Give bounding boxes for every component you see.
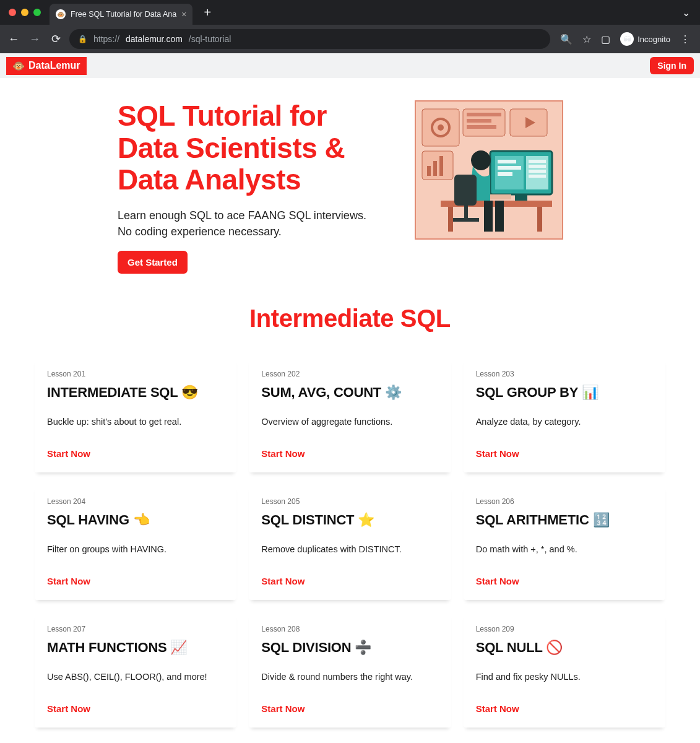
lesson-card[interactable]: Lesson 204SQL HAVING 👈Filter on groups w… <box>35 485 236 600</box>
lesson-description: Divide & round numbers the right way. <box>261 672 438 682</box>
svg-rect-20 <box>498 160 516 163</box>
lesson-description: Overview of aggregate functions. <box>261 417 438 427</box>
lessons-grid: Lesson 201INTERMEDIATE SQL 😎Buckle up: s… <box>0 357 700 743</box>
lesson-title: SUM, AVG, COUNT ⚙️ <box>261 385 438 401</box>
start-now-link[interactable]: Start Now <box>261 558 438 586</box>
page-title: SQL Tutorial for Data Scientists & Data … <box>118 100 378 196</box>
tabs-menu-button[interactable]: ⌄ <box>672 7 700 19</box>
lesson-description: Use ABS(), CEIL(), FLOOR(), and more! <box>47 672 224 682</box>
incognito-icon: 🕶 <box>620 32 634 46</box>
svg-rect-16 <box>537 207 542 232</box>
lesson-title: SQL DIVISION ➗ <box>261 640 438 656</box>
svg-rect-6 <box>467 119 491 123</box>
lesson-number: Lesson 205 <box>261 497 438 506</box>
svg-rect-12 <box>433 161 437 176</box>
start-now-link[interactable]: Start Now <box>47 686 224 714</box>
lesson-number: Lesson 203 <box>476 370 653 378</box>
browser-tab[interactable]: 🐵 Free SQL Tutorial for Data Ana × <box>50 4 192 25</box>
minimize-window-button[interactable] <box>21 9 28 16</box>
maximize-window-button[interactable] <box>33 9 41 16</box>
svg-rect-26 <box>529 175 546 178</box>
start-now-link[interactable]: Start Now <box>476 558 653 586</box>
page-subtitle: Learn enough SQL to ace FAANG SQL interv… <box>118 207 378 240</box>
start-now-link[interactable]: Start Now <box>261 431 438 459</box>
lesson-card[interactable]: Lesson 203SQL GROUP BY 📊Analyze data, by… <box>464 357 665 472</box>
site-topbar: 🐵 DataLemur Sign In <box>0 53 700 78</box>
zoom-icon[interactable]: 🔍 <box>560 33 573 45</box>
lesson-number: Lesson 207 <box>47 625 224 633</box>
svg-point-3 <box>438 124 444 131</box>
svg-rect-11 <box>427 166 431 176</box>
close-tab-icon[interactable]: × <box>181 9 186 19</box>
url-path: /sql-tutorial <box>189 34 231 44</box>
lesson-card[interactable]: Lesson 205SQL DISTINCT ⭐Remove duplicate… <box>249 485 451 600</box>
lesson-number: Lesson 209 <box>476 625 653 633</box>
svg-rect-23 <box>529 160 546 163</box>
forward-button[interactable]: → <box>27 33 42 46</box>
lesson-number: Lesson 202 <box>261 370 438 378</box>
lesson-number: Lesson 208 <box>261 625 438 633</box>
lesson-description: Filter on groups with HAVING. <box>47 544 224 554</box>
lock-icon: 🔒 <box>78 35 87 43</box>
browser-tab-strip: 🐵 Free SQL Tutorial for Data Ana × + ⌄ <box>0 0 700 25</box>
svg-rect-32 <box>453 218 479 222</box>
lesson-card[interactable]: Lesson 207MATH FUNCTIONS 📈Use ABS(), CEI… <box>35 612 236 728</box>
start-now-link[interactable]: Start Now <box>47 431 224 459</box>
brand-logo[interactable]: 🐵 DataLemur <box>6 57 87 75</box>
side-panel-icon[interactable]: ▢ <box>601 33 610 45</box>
window-controls <box>0 9 50 16</box>
tab-title: Free SQL Tutorial for Data Ana <box>71 10 176 19</box>
svg-rect-13 <box>439 156 443 176</box>
lesson-description: Do math with +, *, and %. <box>476 544 653 554</box>
svg-rect-5 <box>467 113 501 116</box>
sign-in-button[interactable]: Sign In <box>650 57 694 74</box>
lesson-card[interactable]: Lesson 202SUM, AVG, COUNT ⚙️Overview of … <box>249 357 451 472</box>
svg-rect-25 <box>529 170 546 173</box>
lesson-number: Lesson 206 <box>476 497 653 506</box>
browser-chrome: 🐵 Free SQL Tutorial for Data Ana × + ⌄ ←… <box>0 0 700 53</box>
section-title: Intermediate SQL <box>0 305 700 332</box>
start-now-link[interactable]: Start Now <box>476 686 653 714</box>
lesson-description: Remove duplicates with DISTINCT. <box>261 544 438 554</box>
brand-icon: 🐵 <box>12 60 25 72</box>
reload-button[interactable]: ⟳ <box>48 32 63 46</box>
svg-point-28 <box>471 150 491 170</box>
svg-rect-22 <box>498 172 512 176</box>
svg-rect-30 <box>454 175 477 206</box>
svg-rect-24 <box>529 165 546 168</box>
lesson-card[interactable]: Lesson 208SQL DIVISION ➗Divide & round n… <box>249 612 451 728</box>
lesson-card[interactable]: Lesson 209SQL NULL 🚫Find and fix pesky N… <box>464 612 665 728</box>
close-window-button[interactable] <box>9 9 16 16</box>
svg-rect-10 <box>422 151 453 180</box>
lesson-number: Lesson 204 <box>47 497 224 506</box>
start-now-link[interactable]: Start Now <box>47 558 224 586</box>
svg-rect-7 <box>467 125 496 129</box>
bookmark-icon[interactable]: ☆ <box>582 33 591 45</box>
back-button[interactable]: ← <box>6 33 21 46</box>
hero-illustration <box>415 100 563 240</box>
lesson-title: SQL DISTINCT ⭐ <box>261 512 438 528</box>
lesson-description: Find and fix pesky NULLs. <box>476 672 653 682</box>
incognito-indicator[interactable]: 🕶 Incognito <box>620 32 670 46</box>
lesson-card[interactable]: Lesson 201INTERMEDIATE SQL 😎Buckle up: s… <box>35 357 236 472</box>
browser-toolbar: ← → ⟳ 🔒 https://datalemur.com/sql-tutori… <box>0 25 700 53</box>
lesson-title: SQL GROUP BY 📊 <box>476 385 653 401</box>
svg-rect-33 <box>484 201 493 232</box>
svg-rect-15 <box>448 207 453 232</box>
start-now-link[interactable]: Start Now <box>476 431 653 459</box>
lesson-title: SQL ARITHMETIC 🔢 <box>476 512 653 528</box>
lesson-title: INTERMEDIATE SQL 😎 <box>47 385 224 401</box>
address-bar[interactable]: 🔒 https://datalemur.com/sql-tutorial <box>69 29 550 49</box>
kebab-menu-button[interactable]: ⋮ <box>680 33 690 45</box>
url-prefix: https:// <box>93 34 119 44</box>
get-started-button[interactable]: Get Started <box>118 251 188 274</box>
lesson-card[interactable]: Lesson 206SQL ARITHMETIC 🔢Do math with +… <box>464 485 665 600</box>
lesson-title: SQL HAVING 👈 <box>47 512 224 528</box>
incognito-label: Incognito <box>637 35 670 44</box>
lesson-description: Buckle up: shit's about to get real. <box>47 417 224 427</box>
start-now-link[interactable]: Start Now <box>261 686 438 714</box>
hero-section: SQL Tutorial for Data Scientists & Data … <box>0 78 700 298</box>
lesson-number: Lesson 201 <box>47 370 224 378</box>
brand-label: DataLemur <box>28 60 80 71</box>
new-tab-button[interactable]: + <box>199 4 216 21</box>
